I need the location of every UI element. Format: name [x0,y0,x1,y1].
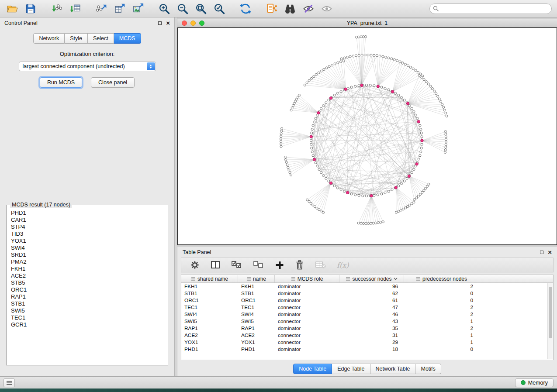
network-node[interactable] [445,138,447,141]
network-node[interactable] [427,83,429,85]
table-row[interactable]: FKH1FKH1dominator962 [181,283,553,290]
deselect-all-button[interactable] [253,259,264,271]
network-node[interactable] [420,147,422,149]
network-node[interactable] [421,143,423,145]
network-node[interactable] [310,77,312,79]
network-node[interactable] [445,146,447,148]
network-node[interactable] [289,172,291,174]
network-node[interactable] [295,98,298,100]
network-node[interactable] [315,162,317,164]
network-node[interactable] [387,190,390,193]
column-header-mcds-role[interactable]: MCDS role [275,275,339,282]
network-node[interactable] [310,139,312,141]
mcds-node-item[interactable]: STP4 [9,224,166,230]
network-node[interactable] [423,189,425,192]
network-node[interactable] [367,54,369,56]
network-node[interactable] [425,81,427,83]
find-button[interactable] [283,2,297,16]
network-node[interactable] [408,204,411,206]
network-node[interactable] [398,185,400,187]
network-node[interactable] [413,199,415,201]
network-node[interactable] [382,221,384,223]
mcds-node-item[interactable]: TEC1 [9,314,166,321]
network-node[interactable] [336,187,339,189]
network-node[interactable] [428,183,430,185]
table-settings-button[interactable] [190,259,200,271]
mcds-node-item[interactable]: TID3 [9,230,166,237]
network-node[interactable] [421,76,423,79]
network-dominator-node[interactable] [317,111,320,114]
network-node[interactable] [291,107,293,109]
network-node[interactable] [444,148,446,151]
network-node[interactable] [362,36,364,38]
network-node[interactable] [416,117,419,120]
network-node[interactable] [357,222,360,224]
network-node[interactable] [306,82,308,84]
network-node[interactable] [280,145,282,148]
network-node[interactable] [370,54,372,56]
zoom-fit-button[interactable] [194,2,208,16]
network-node[interactable] [320,107,322,110]
network-node[interactable] [294,100,297,103]
network-node[interactable] [315,117,317,120]
network-node[interactable] [377,194,379,196]
network-node[interactable] [280,130,283,132]
network-node[interactable] [322,211,325,213]
network-node[interactable] [312,124,314,127]
network-view-canvas[interactable] [177,28,557,245]
network-node[interactable] [325,177,327,179]
close-panel-icon[interactable]: × [166,21,170,25]
network-node[interactable] [285,158,287,161]
export-table-button[interactable] [113,2,127,16]
network-node[interactable] [426,185,428,187]
table-row[interactable]: YOX1YOX1connector291 [181,339,553,346]
network-node[interactable] [287,166,289,168]
network-node[interactable] [318,209,320,211]
network-node[interactable] [350,193,353,195]
network-node[interactable] [391,189,393,191]
network-node[interactable] [445,136,447,138]
table-row[interactable]: SWI5SWI5connector431 [181,318,553,325]
network-node[interactable] [415,69,417,72]
network-dominator-node[interactable] [329,182,332,184]
network-node[interactable] [408,104,411,107]
table-scrollbar-thumb[interactable] [549,287,552,338]
network-node[interactable] [404,207,406,209]
network-node[interactable] [312,204,314,206]
tab-network-table[interactable]: Network Table [370,364,416,374]
network-node[interactable] [444,131,446,133]
network-dominator-node[interactable] [394,186,397,189]
network-node[interactable] [443,109,446,111]
show-columns-button[interactable] [210,259,221,271]
network-node[interactable] [373,85,375,87]
show-all-button[interactable] [320,2,334,16]
network-node[interactable] [394,92,396,94]
close-table-panel-icon[interactable]: × [548,250,552,254]
network-node[interactable] [340,189,342,191]
network-dominator-node[interactable] [415,163,418,165]
share-document-button[interactable] [265,2,279,16]
network-node[interactable] [385,56,387,58]
delete-table-button-disabled[interactable] [315,259,326,271]
mcds-node-item[interactable]: PHD1 [9,210,166,217]
network-node[interactable] [419,155,421,157]
network-node[interactable] [445,112,447,114]
table-row[interactable]: RAP1RAP1dominator352 [181,325,553,332]
network-node[interactable] [419,124,421,127]
column-header-successor-nodes[interactable]: successor nodes [339,275,404,282]
network-dominator-node[interactable] [310,135,312,138]
refresh-view-button[interactable] [239,2,253,16]
network-node[interactable] [316,207,318,209]
network-node[interactable] [288,169,290,171]
network-node[interactable] [445,141,447,143]
add-column-button[interactable] [275,259,284,271]
mcds-node-item[interactable]: STB5 [9,279,166,286]
network-node[interactable] [435,93,437,95]
network-dominator-node[interactable] [329,97,332,100]
network-node[interactable] [290,174,292,176]
tab-motifs[interactable]: Motifs [415,364,441,374]
network-node[interactable] [411,107,413,110]
table-row[interactable]: TEC1TEC1connector472 [181,304,553,311]
network-node[interactable] [421,191,423,193]
network-node[interactable] [339,61,342,63]
